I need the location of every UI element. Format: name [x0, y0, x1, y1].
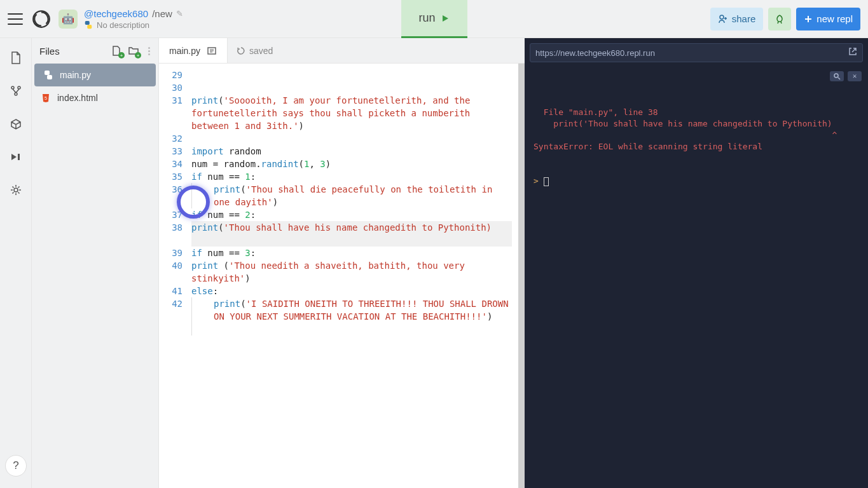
play-icon	[441, 14, 450, 23]
version-icon[interactable]	[9, 84, 23, 98]
new-folder-icon[interactable]: +	[128, 45, 139, 57]
svg-point-8	[14, 188, 18, 192]
help-button[interactable]: ?	[5, 455, 27, 477]
svg-rect-1	[85, 21, 90, 25]
open-external-icon[interactable]	[848, 47, 857, 58]
header: 🤖 @techgeek680/new ✎ No description run …	[0, 0, 868, 38]
repl-description: No description	[97, 20, 149, 30]
editor-tab-main[interactable]: main.py	[159, 38, 228, 63]
run-button[interactable]: run	[401, 0, 467, 38]
python-lang-icon	[84, 20, 93, 29]
svg-rect-10	[47, 75, 52, 79]
console-url-input[interactable]	[535, 48, 843, 58]
new-file-icon[interactable]: +	[111, 45, 123, 57]
repl-name: /new	[152, 8, 172, 19]
files-panel: Files + + main.py5index.html	[32, 38, 159, 488]
svg-point-4	[11, 86, 14, 89]
svg-rect-7	[18, 154, 20, 160]
console-clear-icon[interactable]: ✕	[848, 71, 862, 81]
svg-rect-2	[87, 25, 92, 29]
console-panel: ✕ File "main.py", line 38 print('Thou sh…	[525, 38, 868, 488]
svg-rect-9	[45, 71, 50, 75]
hamburger-menu-icon[interactable]	[8, 11, 23, 27]
files-icon[interactable]	[9, 51, 23, 65]
file-item-index-html[interactable]: 5index.html	[32, 86, 158, 109]
packages-icon[interactable]	[9, 117, 23, 131]
new-repl-button[interactable]: new repl	[796, 8, 860, 30]
svg-point-6	[15, 93, 17, 95]
svg-text:5: 5	[45, 96, 47, 100]
files-panel-menu-icon[interactable]	[147, 47, 151, 55]
console-search-icon[interactable]	[830, 71, 844, 81]
replit-logo-icon[interactable]	[32, 10, 51, 29]
plus-icon	[804, 15, 813, 24]
saved-indicator: saved	[228, 38, 282, 63]
user-link[interactable]: @techgeek680	[84, 8, 148, 19]
console-url-bar	[530, 43, 863, 62]
share-button[interactable]: share	[710, 8, 764, 30]
repl-title-block: @techgeek680/new ✎ No description	[84, 8, 183, 30]
debugger-icon[interactable]	[9, 150, 23, 164]
edit-name-icon[interactable]: ✎	[176, 9, 183, 18]
code-editor[interactable]: 2930313233343536373839404142 print('Sooo…	[159, 64, 525, 488]
tab-menu-icon[interactable]	[207, 46, 217, 56]
repl-avatar[interactable]: 🤖	[59, 10, 78, 29]
add-user-icon	[718, 14, 728, 24]
deploy-button[interactable]	[768, 8, 791, 30]
svg-point-0	[33, 11, 50, 27]
svg-point-13	[834, 74, 838, 78]
rocket-icon	[775, 14, 785, 24]
settings-icon[interactable]	[9, 183, 23, 197]
left-icon-sidebar	[0, 38, 32, 488]
svg-point-5	[18, 86, 20, 89]
editor-area: main.py saved 29303132333435363738394041…	[159, 38, 525, 488]
console-output[interactable]: ✕ File "main.py", line 38 print('Thou sh…	[525, 67, 868, 488]
history-icon	[237, 46, 245, 55]
files-panel-title: Files	[39, 46, 106, 57]
svg-point-3	[720, 15, 724, 19]
file-item-main-py[interactable]: main.py	[34, 64, 156, 86]
